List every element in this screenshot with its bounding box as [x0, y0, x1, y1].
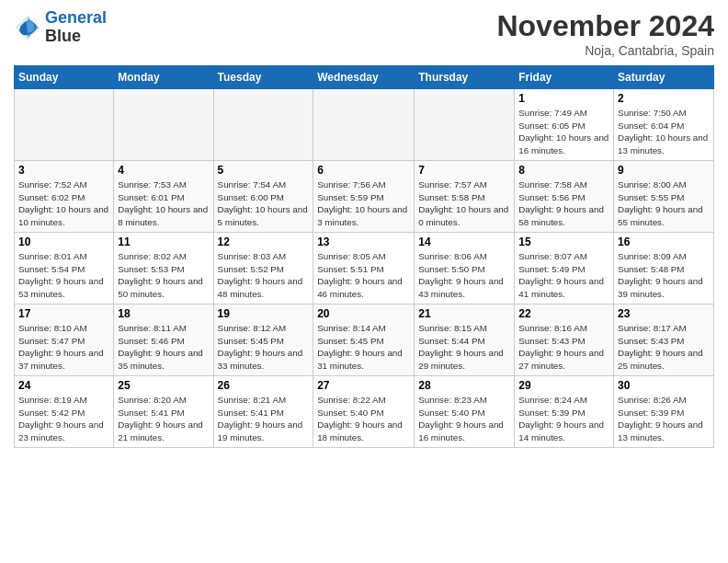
day-number: 18: [118, 307, 209, 320]
calendar-cell: 20Sunrise: 8:14 AM Sunset: 5:45 PM Dayli…: [313, 304, 415, 376]
day-number: 7: [418, 164, 510, 177]
calendar-cell: 4Sunrise: 7:53 AM Sunset: 6:01 PM Daylig…: [114, 161, 213, 233]
day-number: 17: [18, 307, 109, 320]
calendar-cell: 28Sunrise: 8:23 AM Sunset: 5:40 PM Dayli…: [415, 376, 515, 448]
logo: General Blue: [14, 9, 107, 46]
day-info: Sunrise: 8:26 AM Sunset: 5:39 PM Dayligh…: [618, 394, 710, 444]
day-info: Sunrise: 8:16 AM Sunset: 5:43 PM Dayligh…: [518, 322, 609, 373]
day-info: Sunrise: 7:56 AM Sunset: 5:59 PM Dayligh…: [317, 178, 410, 229]
calendar-cell: 29Sunrise: 8:24 AM Sunset: 5:39 PM Dayli…: [515, 376, 614, 448]
calendar-week-row: 10Sunrise: 8:01 AM Sunset: 5:54 PM Dayli…: [15, 233, 714, 304]
day-info: Sunrise: 8:01 AM Sunset: 5:54 PM Dayligh…: [18, 250, 109, 301]
day-number: 12: [218, 236, 310, 248]
calendar-cell: 21Sunrise: 8:15 AM Sunset: 5:44 PM Dayli…: [415, 304, 515, 376]
day-info: Sunrise: 8:12 AM Sunset: 5:45 PM Dayligh…: [218, 322, 310, 373]
title-block: November 2024 Noja, Cantabria, Spain: [496, 9, 714, 58]
day-info: Sunrise: 7:49 AM Sunset: 6:05 PM Dayligh…: [518, 107, 609, 157]
calendar-cell: 12Sunrise: 8:03 AM Sunset: 5:52 PM Dayli…: [213, 233, 313, 304]
day-number: 5: [218, 164, 310, 177]
calendar-cell: 7Sunrise: 7:57 AM Sunset: 5:58 PM Daylig…: [415, 161, 515, 233]
day-info: Sunrise: 8:14 AM Sunset: 5:45 PM Dayligh…: [317, 322, 410, 373]
day-number: 28: [418, 379, 510, 392]
day-number: 30: [618, 379, 710, 392]
day-number: 14: [418, 236, 510, 248]
calendar-header-row: SundayMondayTuesdayWednesdayThursdayFrid…: [15, 66, 714, 89]
day-info: Sunrise: 7:52 AM Sunset: 6:02 PM Dayligh…: [18, 178, 109, 229]
calendar-cell: 27Sunrise: 8:22 AM Sunset: 5:40 PM Dayli…: [313, 376, 415, 448]
day-number: 6: [317, 164, 410, 177]
day-info: Sunrise: 8:24 AM Sunset: 5:39 PM Dayligh…: [518, 394, 609, 444]
calendar-week-row: 24Sunrise: 8:19 AM Sunset: 5:42 PM Dayli…: [15, 376, 714, 448]
day-number: 2: [618, 92, 710, 105]
calendar-cell: 23Sunrise: 8:17 AM Sunset: 5:43 PM Dayli…: [614, 304, 714, 376]
day-info: Sunrise: 8:15 AM Sunset: 5:44 PM Dayligh…: [418, 322, 510, 373]
day-number: 20: [317, 307, 410, 320]
day-number: 3: [18, 164, 109, 177]
logo-icon: [14, 14, 41, 41]
day-info: Sunrise: 8:07 AM Sunset: 5:49 PM Dayligh…: [518, 250, 609, 301]
day-number: 23: [618, 307, 710, 320]
day-info: Sunrise: 8:09 AM Sunset: 5:48 PM Dayligh…: [618, 250, 710, 301]
calendar-cell: 25Sunrise: 8:20 AM Sunset: 5:41 PM Dayli…: [114, 376, 213, 448]
day-info: Sunrise: 8:11 AM Sunset: 5:46 PM Dayligh…: [118, 322, 209, 373]
day-number: 15: [518, 236, 609, 248]
day-info: Sunrise: 8:23 AM Sunset: 5:40 PM Dayligh…: [418, 394, 510, 444]
calendar-cell: [15, 89, 114, 161]
day-info: Sunrise: 8:05 AM Sunset: 5:51 PM Dayligh…: [317, 250, 410, 301]
calendar-cell: 18Sunrise: 8:11 AM Sunset: 5:46 PM Dayli…: [114, 304, 213, 376]
calendar-cell: 17Sunrise: 8:10 AM Sunset: 5:47 PM Dayli…: [15, 304, 114, 376]
day-number: 21: [418, 307, 510, 320]
day-number: 24: [18, 379, 109, 392]
day-number: 16: [618, 236, 710, 248]
calendar-cell: [313, 89, 415, 161]
day-number: 27: [317, 379, 410, 392]
page-container: General Blue November 2024 Noja, Cantabr…: [0, 0, 728, 457]
calendar-cell: 30Sunrise: 8:26 AM Sunset: 5:39 PM Dayli…: [614, 376, 714, 448]
day-info: Sunrise: 8:00 AM Sunset: 5:55 PM Dayligh…: [618, 178, 710, 229]
day-number: 29: [518, 379, 609, 392]
day-info: Sunrise: 8:21 AM Sunset: 5:41 PM Dayligh…: [218, 394, 310, 444]
calendar-cell: 22Sunrise: 8:16 AM Sunset: 5:43 PM Dayli…: [515, 304, 614, 376]
logo-line2: Blue: [45, 28, 107, 46]
calendar-cell: 26Sunrise: 8:21 AM Sunset: 5:41 PM Dayli…: [213, 376, 313, 448]
day-info: Sunrise: 7:50 AM Sunset: 6:04 PM Dayligh…: [618, 107, 710, 157]
calendar-cell: 10Sunrise: 8:01 AM Sunset: 5:54 PM Dayli…: [15, 233, 114, 304]
calendar-cell: 9Sunrise: 8:00 AM Sunset: 5:55 PM Daylig…: [614, 161, 714, 233]
month-title: November 2024: [496, 9, 714, 43]
day-info: Sunrise: 8:22 AM Sunset: 5:40 PM Dayligh…: [317, 394, 410, 444]
calendar-cell: 6Sunrise: 7:56 AM Sunset: 5:59 PM Daylig…: [313, 161, 415, 233]
day-number: 22: [518, 307, 609, 320]
day-info: Sunrise: 8:02 AM Sunset: 5:53 PM Dayligh…: [118, 250, 209, 301]
calendar-cell: 3Sunrise: 7:52 AM Sunset: 6:02 PM Daylig…: [15, 161, 114, 233]
day-info: Sunrise: 7:58 AM Sunset: 5:56 PM Dayligh…: [518, 178, 609, 229]
calendar-cell: 15Sunrise: 8:07 AM Sunset: 5:49 PM Dayli…: [515, 233, 614, 304]
day-info: Sunrise: 8:20 AM Sunset: 5:41 PM Dayligh…: [118, 394, 209, 444]
calendar-cell: 14Sunrise: 8:06 AM Sunset: 5:50 PM Dayli…: [415, 233, 515, 304]
day-info: Sunrise: 7:57 AM Sunset: 5:58 PM Dayligh…: [418, 178, 510, 229]
location: Noja, Cantabria, Spain: [496, 43, 714, 58]
weekday-header: Friday: [515, 66, 614, 89]
calendar-cell: [415, 89, 515, 161]
day-number: 19: [218, 307, 310, 320]
day-number: 25: [118, 379, 209, 392]
day-number: 9: [618, 164, 710, 177]
calendar-cell: 11Sunrise: 8:02 AM Sunset: 5:53 PM Dayli…: [114, 233, 213, 304]
weekday-header: Thursday: [415, 66, 515, 89]
calendar-cell: 5Sunrise: 7:54 AM Sunset: 6:00 PM Daylig…: [213, 161, 313, 233]
calendar-cell: 2Sunrise: 7:50 AM Sunset: 6:04 PM Daylig…: [614, 89, 714, 161]
day-info: Sunrise: 8:06 AM Sunset: 5:50 PM Dayligh…: [418, 250, 510, 301]
calendar-cell: 8Sunrise: 7:58 AM Sunset: 5:56 PM Daylig…: [515, 161, 614, 233]
day-number: 8: [518, 164, 609, 177]
logo-line1: General: [45, 8, 107, 27]
calendar-cell: 24Sunrise: 8:19 AM Sunset: 5:42 PM Dayli…: [15, 376, 114, 448]
calendar-table: SundayMondayTuesdayWednesdayThursdayFrid…: [14, 65, 714, 448]
calendar-cell: 13Sunrise: 8:05 AM Sunset: 5:51 PM Dayli…: [313, 233, 415, 304]
day-info: Sunrise: 8:03 AM Sunset: 5:52 PM Dayligh…: [218, 250, 310, 301]
day-info: Sunrise: 7:54 AM Sunset: 6:00 PM Dayligh…: [218, 178, 310, 229]
calendar-cell: 1Sunrise: 7:49 AM Sunset: 6:05 PM Daylig…: [515, 89, 614, 161]
calendar-week-row: 17Sunrise: 8:10 AM Sunset: 5:47 PM Dayli…: [15, 304, 714, 376]
day-number: 10: [18, 236, 109, 248]
calendar-cell: [114, 89, 213, 161]
weekday-header: Saturday: [614, 66, 714, 89]
calendar-week-row: 1Sunrise: 7:49 AM Sunset: 6:05 PM Daylig…: [15, 89, 714, 161]
